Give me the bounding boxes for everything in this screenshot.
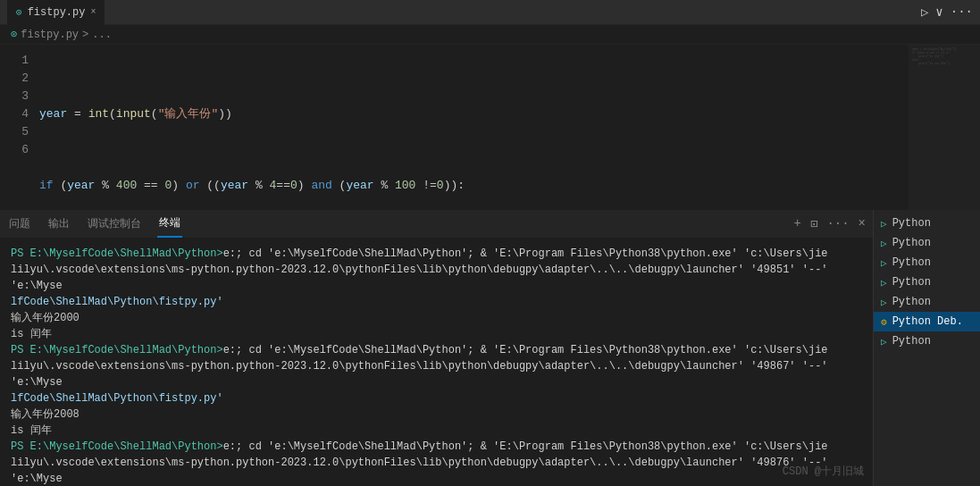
right-panel-label-3: Python <box>892 256 931 269</box>
more-icon[interactable]: ··· <box>951 4 973 20</box>
line-numbers: 1 2 3 4 5 6 <box>0 45 36 210</box>
terminal-block-2-output2: is 闰年 <box>11 423 862 439</box>
terminal-block-2-output1: 输入年份2008 <box>11 406 862 423</box>
breadcrumb: ⊙ fistpy.py > ... <box>0 25 980 45</box>
panel-split-button[interactable]: ⊡ <box>810 216 817 231</box>
right-panel-label-1: Python <box>892 217 931 230</box>
breadcrumb-extra: ... <box>92 29 112 41</box>
minimap-content: year = int(input("输入年份")) if (year % 400… <box>909 45 980 73</box>
right-panel-item-1[interactable]: ▷ Python <box>874 214 980 233</box>
terminal-run-icon-4: ▷ <box>881 277 887 289</box>
terminal-block-1-prompt: PS E:\MyselfCode\ShellMad\Python> e:; cd… <box>11 246 862 262</box>
title-bar: ⊙ fistpy.py × ▷ ∨ ··· <box>0 0 980 25</box>
terminal-run-icon-3: ▷ <box>881 257 887 269</box>
tab-problems[interactable]: 问题 <box>7 211 32 237</box>
minimap: year = int(input("输入年份")) if (year % 400… <box>909 45 980 210</box>
right-panel-label-2: Python <box>892 237 931 249</box>
panel-actions: + ⊡ ··· × <box>794 216 866 231</box>
right-panel-item-7[interactable]: ▷ Python <box>874 331 980 351</box>
right-panel-item-6[interactable]: ⚙ Python Deb. <box>874 312 980 331</box>
tab-debug-console[interactable]: 调试控制台 <box>86 211 143 237</box>
terminal-run-icon-1: ▷ <box>881 218 887 230</box>
code-editor[interactable]: year = int(input("输入年份")) if (year % 400… <box>36 45 909 210</box>
right-panel-item-4[interactable]: ▷ Python <box>874 272 980 292</box>
terminal-block-1-cmd2: lilyu\.vscode\extensions\ms-python.pytho… <box>11 262 862 294</box>
right-panel-item-3[interactable]: ▷ Python <box>874 253 980 272</box>
tab-terminal[interactable]: 终端 <box>157 210 182 238</box>
run-icon[interactable]: ▷ <box>921 4 928 20</box>
terminal-run-icon-7: ▷ <box>881 336 887 348</box>
terminal-content[interactable]: PS E:\MyselfCode\ShellMad\Python> e:; cd… <box>0 239 873 486</box>
right-panel-label-6: Python Deb. <box>892 315 963 328</box>
terminal-block-3-cmd2: lilyu\.vscode\extensions\ms-python.pytho… <box>11 455 862 486</box>
tab-close-button[interactable]: × <box>90 7 96 17</box>
file-type-icon: ⊙ <box>16 6 22 18</box>
terminal-run-icon-5: ▷ <box>881 297 887 308</box>
terminal-block-1-output2: is 闰年 <box>11 326 862 342</box>
right-panel-item-5[interactable]: ▷ Python <box>874 292 980 312</box>
breadcrumb-filename: fistpy.py <box>21 29 79 41</box>
breadcrumb-separator: > <box>82 29 88 41</box>
terminal-block-1-output1: 输入年份2000 <box>11 310 862 326</box>
terminal-run-icon-2: ▷ <box>881 238 887 249</box>
editor-tab[interactable]: ⊙ fistpy.py × <box>7 0 105 25</box>
tab-label: fistpy.py <box>28 6 86 19</box>
tab-output[interactable]: 输出 <box>46 211 71 237</box>
window-actions: ▷ ∨ ··· <box>921 4 973 20</box>
right-panel-label-7: Python <box>892 335 931 348</box>
panel-add-button[interactable]: + <box>794 216 801 231</box>
terminal-block-2-cmd3: lfCode\ShellMad\Python\fistpy.py' <box>11 390 862 406</box>
right-panel-item-2[interactable]: ▷ Python <box>874 233 980 253</box>
bottom-section: 问题 输出 调试控制台 终端 + ⊡ ··· × PS E:\MyselfCod… <box>0 210 980 486</box>
terminal-block-3-prompt: PS E:\MyselfCode\ShellMad\Python> e:; cd… <box>11 439 862 455</box>
terminal-block-2-prompt: PS E:\MyselfCode\ShellMad\Python> e:; cd… <box>11 342 862 358</box>
right-panel-label-4: Python <box>892 276 931 289</box>
dropdown-icon[interactable]: ∨ <box>935 4 942 20</box>
panel-tabs: 问题 输出 调试控制台 终端 + ⊡ ··· × <box>0 210 873 239</box>
bottom-main: 问题 输出 调试控制台 终端 + ⊡ ··· × PS E:\MyselfCod… <box>0 210 873 486</box>
terminal-block-1-cmd3: lfCode\ShellMad\Python\fistpy.py' <box>11 294 862 310</box>
breadcrumb-file-icon: ⊙ <box>11 28 17 41</box>
panel-more-button[interactable]: ··· <box>826 216 849 231</box>
terminal-block-2-cmd2: lilyu\.vscode\extensions\ms-python.pytho… <box>11 358 862 390</box>
watermark: CSDN @十月旧城 <box>783 464 864 479</box>
main-layout: ⊙ fistpy.py > ... 1 2 3 4 5 6 year = int… <box>0 25 980 486</box>
right-panel-label-5: Python <box>892 296 931 308</box>
code-line-2: if (year % 400 == 0) or ((year % 4==0) a… <box>39 177 909 195</box>
right-panel: ▷ Python ▷ Python ▷ Python ▷ Python ▷ Py… <box>873 210 980 486</box>
code-line-1: year = int(input("输入年份")) <box>39 105 909 123</box>
editor-area: 1 2 3 4 5 6 year = int(input("输入年份")) if… <box>0 45 980 210</box>
panel-close-button[interactable]: × <box>859 216 866 231</box>
terminal-gear-icon: ⚙ <box>881 316 887 328</box>
